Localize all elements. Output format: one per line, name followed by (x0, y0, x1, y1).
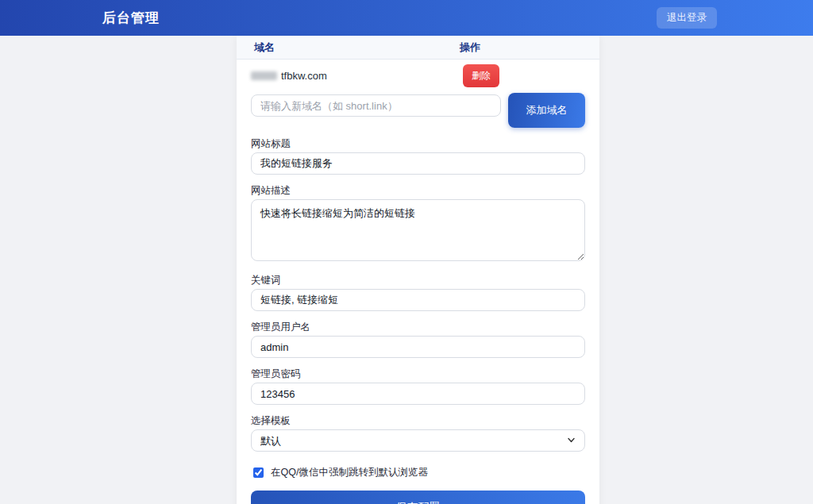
settings-card: 域名 操作 tfbkw.com 删除 添加域名 网站标题 网站描述 快速将长链接… (237, 36, 599, 504)
site-description-field: 网站描述 快速将长链接缩短为简洁的短链接 (251, 185, 585, 264)
add-domain-button[interactable]: 添加域名 (508, 93, 585, 128)
domain-table-row: tfbkw.com 删除 (237, 60, 599, 91)
admin-password-field: 管理员密码 (251, 368, 585, 405)
delete-domain-button[interactable]: 删除 (463, 64, 499, 87)
admin-username-field: 管理员用户名 (251, 321, 585, 358)
domain-text: tfbkw.com (281, 70, 327, 82)
force-browser-label: 在QQ/微信中强制跳转到默认浏览器 (271, 466, 428, 479)
action-column-header: 操作 (460, 40, 582, 55)
site-description-label: 网站描述 (251, 185, 585, 196)
header-inner: 后台管理 退出登录 (96, 0, 717, 36)
save-config-button[interactable]: 保存配置 (251, 491, 585, 504)
keywords-field: 关键词 (251, 275, 585, 311)
template-select-wrap: 默认 (251, 429, 585, 452)
force-browser-checkbox[interactable] (253, 467, 264, 478)
new-domain-input[interactable] (251, 94, 501, 117)
domain-table-header: 域名 操作 (237, 36, 599, 60)
domain-redacted-blur (251, 71, 277, 80)
admin-username-label: 管理员用户名 (251, 321, 585, 333)
admin-password-input[interactable] (251, 383, 585, 405)
site-description-textarea[interactable]: 快速将长链接缩短为简洁的短链接 (251, 199, 585, 261)
domain-column-header: 域名 (254, 40, 460, 55)
admin-password-label: 管理员密码 (251, 368, 585, 379)
admin-username-input[interactable] (251, 336, 585, 358)
add-domain-row: 添加域名 (251, 93, 585, 128)
app-header: 后台管理 退出登录 (0, 0, 813, 36)
keywords-input[interactable] (251, 289, 585, 311)
site-title-field: 网站标题 (251, 138, 585, 175)
force-browser-row: 在QQ/微信中强制跳转到默认浏览器 (251, 466, 585, 479)
template-field: 选择模板 默认 (251, 415, 585, 452)
logout-button[interactable]: 退出登录 (657, 7, 717, 29)
site-title-label: 网站标题 (251, 138, 585, 149)
template-select[interactable]: 默认 (251, 429, 585, 452)
template-label: 选择模板 (251, 415, 585, 426)
keywords-label: 关键词 (251, 275, 585, 286)
domain-cell: tfbkw.com (251, 70, 457, 82)
page-title: 后台管理 (102, 9, 160, 27)
site-title-input[interactable] (251, 152, 585, 175)
